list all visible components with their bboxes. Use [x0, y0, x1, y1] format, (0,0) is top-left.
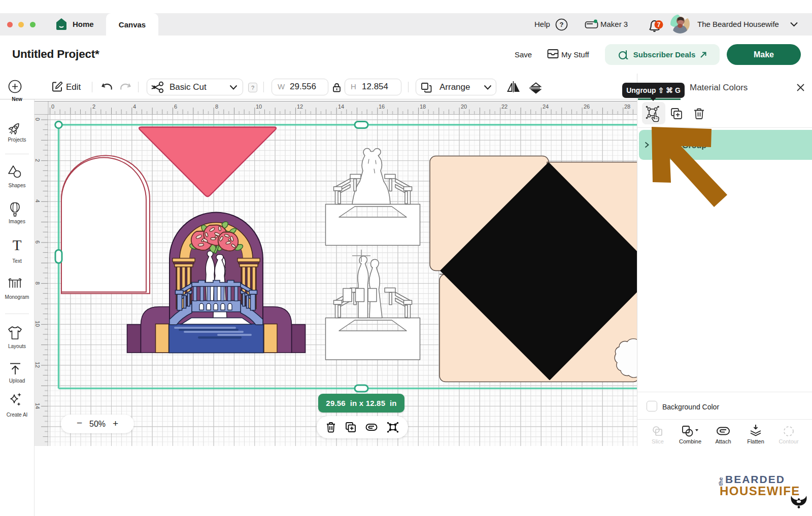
svg-text:?: ? — [560, 21, 564, 28]
svg-text:7: 7 — [657, 21, 661, 28]
